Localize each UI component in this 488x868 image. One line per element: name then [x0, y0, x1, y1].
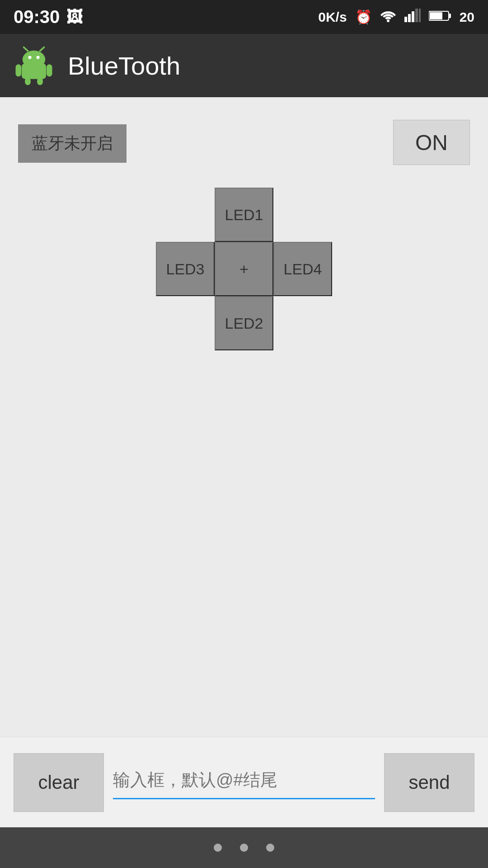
nav-dot-1[interactable] [214, 844, 222, 852]
status-left: 09:30 🖼 [14, 7, 83, 27]
svg-rect-5 [419, 9, 421, 22]
battery-level: 20 [460, 9, 474, 25]
nav-dot-3[interactable] [266, 844, 274, 852]
send-button[interactable]: send [384, 753, 474, 812]
message-input[interactable] [113, 766, 375, 794]
nav-bar [0, 827, 488, 868]
svg-line-14 [40, 47, 44, 51]
network-speed: 0K/s [318, 9, 347, 25]
status-right: 0K/s ⏰ 20 [318, 9, 474, 25]
main-content: 蓝牙未开启 ON LED1 LED3 + LED4 LED2 [0, 97, 488, 773]
clock-icon: ⏰ [355, 9, 372, 25]
clear-button[interactable]: clear [14, 753, 104, 812]
status-time: 09:30 [14, 7, 60, 27]
led1-button[interactable]: LED1 [215, 188, 273, 242]
svg-rect-16 [47, 64, 52, 76]
svg-rect-3 [412, 11, 414, 22]
led-cross: LED1 LED3 + LED4 LED2 [156, 188, 332, 364]
app-title: BlueTooth [68, 51, 180, 80]
signal-icon [404, 9, 421, 25]
svg-point-12 [36, 56, 39, 59]
gallery-icon: 🖼 [66, 8, 83, 27]
led2-button[interactable]: LED2 [215, 296, 273, 350]
app-bar: BlueTooth [0, 34, 488, 97]
bottom-bar: clear send [0, 737, 488, 827]
battery-icon [429, 9, 451, 25]
text-input-wrapper [113, 766, 375, 799]
wifi-icon [380, 9, 396, 25]
android-icon [14, 45, 54, 86]
status-bar: 09:30 🖼 0K/s ⏰ [0, 0, 488, 34]
svg-point-10 [23, 51, 45, 69]
svg-rect-8 [430, 12, 442, 19]
svg-rect-7 [449, 14, 451, 18]
svg-rect-2 [408, 14, 411, 22]
svg-point-11 [28, 56, 31, 59]
led3-button[interactable]: LED3 [156, 242, 215, 296]
content-wrapper: 蓝牙未开启 ON LED1 LED3 + LED4 LED2 [14, 115, 474, 755]
svg-rect-15 [16, 64, 22, 76]
svg-rect-4 [415, 9, 418, 22]
led4-button[interactable]: LED4 [273, 242, 332, 296]
bluetooth-status: 蓝牙未开启 [18, 124, 127, 163]
nav-dot-2[interactable] [240, 844, 248, 852]
svg-point-0 [387, 19, 389, 22]
svg-rect-18 [37, 78, 43, 85]
led-center-button[interactable]: + [215, 242, 273, 296]
svg-line-13 [24, 47, 28, 51]
svg-rect-1 [404, 17, 407, 22]
svg-rect-17 [25, 78, 31, 85]
on-button[interactable]: ON [393, 120, 470, 165]
